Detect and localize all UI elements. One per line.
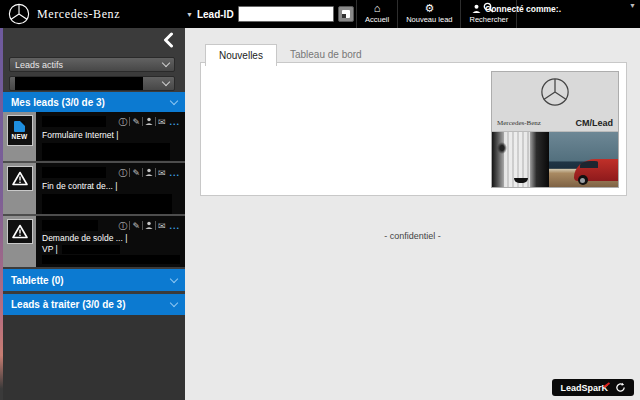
chevron-down-icon [170, 299, 178, 307]
user-menu[interactable]: Connecté comme:. [472, 0, 561, 28]
lead-status-box [7, 219, 33, 244]
redacted-value [62, 245, 120, 254]
mail-icon[interactable]: ✉ [158, 117, 166, 127]
news-panel: Mercedes-Benz CM/Lead [200, 62, 627, 196]
red-car [574, 159, 618, 181]
lead-row-2[interactable]: ⓘ ✎ ✉ ... Fin de contrat de... | [3, 163, 185, 216]
leadspark-logo-button[interactable]: LeadSparK [552, 379, 634, 396]
dealer-select[interactable] [9, 76, 175, 91]
plant-decoration [497, 142, 507, 154]
info-icon[interactable]: ⓘ [118, 221, 127, 231]
more-icon[interactable]: ... [169, 221, 180, 231]
edit-icon[interactable]: ✎ [132, 168, 140, 178]
nav-accueil[interactable]: ⌂ Accueil [356, 0, 397, 28]
leadspark-label: LeadSparK [560, 383, 608, 393]
lead-vehicle-label: VP | [42, 244, 58, 254]
new-badge: NEW [11, 133, 27, 140]
chevron-down-icon [162, 59, 170, 67]
section-mes-leads[interactable]: Mes leads (3/0 de 3) [3, 92, 185, 112]
lead-filter-value: Leads actifs [15, 60, 63, 70]
chevron-left-icon[interactable] [161, 32, 177, 48]
lead-filter-select[interactable]: Leads actifs [9, 57, 175, 72]
chevron-down-icon [170, 96, 178, 104]
chevron-down-icon [162, 78, 170, 86]
caret-down-icon[interactable]: ▼ [629, 2, 636, 9]
info-icon[interactable]: ⓘ [118, 168, 127, 178]
lead-source: Formulaire Internet | [42, 130, 180, 140]
contact-icon[interactable] [145, 117, 153, 127]
section-tablette[interactable]: Tablette (0) [3, 269, 185, 291]
edit-icon[interactable]: ✎ [132, 117, 140, 127]
mercedes-star-icon [540, 77, 570, 107]
lead-name-redacted [42, 116, 106, 127]
edit-icon[interactable]: ✎ [132, 221, 140, 231]
tab-nouvelles[interactable]: Nouvelles [205, 44, 277, 66]
chevron-down-icon [170, 274, 178, 282]
redacted-value [15, 77, 143, 90]
more-icon[interactable]: ... [169, 117, 180, 127]
bowl-decoration [514, 178, 528, 183]
contact-icon[interactable] [145, 221, 153, 231]
interior-photo [492, 132, 549, 187]
home-icon: ⌂ [374, 2, 381, 14]
sidebar-empty-area [3, 315, 185, 400]
card-product-label: CM/Lead [575, 118, 613, 128]
refresh-icon [615, 382, 626, 393]
go-icon [342, 10, 350, 18]
connected-as-label: Connecté comme:. [485, 4, 561, 14]
card-brand-label: Mercedes-Benz [497, 119, 541, 127]
main-content: Nouvelles Tableau de bord Mercedes-Benz … [185, 28, 640, 400]
gear-icon: ⚙ [424, 2, 434, 14]
promo-card[interactable]: Mercedes-Benz CM/Lead [491, 71, 619, 188]
lead-status-box: NEW [7, 115, 33, 146]
section-leads-a-traiter[interactable]: Leads à traiter (3/0 de 3) [3, 294, 185, 315]
new-document-icon [14, 121, 25, 132]
more-icon[interactable]: ... [169, 168, 180, 178]
contact-icon[interactable] [145, 168, 153, 178]
person-icon [472, 4, 481, 13]
lead-name-redacted [42, 167, 106, 178]
car-photo [549, 132, 618, 187]
lead-details-redacted [42, 255, 180, 264]
mail-icon[interactable]: ✉ [158, 168, 166, 178]
lead-id-caret-icon[interactable]: ▼ [186, 11, 193, 18]
sidebar: Leads actifs Mes leads (3/0 de 3) NEW [3, 28, 185, 400]
lead-list: NEW ⓘ ✎ ✉ ... Formulaire Internet | [3, 112, 185, 267]
lead-id-search-button[interactable] [338, 6, 354, 22]
lead-id-input[interactable] [238, 6, 334, 22]
lead-details-redacted [42, 194, 172, 214]
lead-source: Fin de contrat de... | [42, 181, 180, 191]
lead-row-3[interactable]: ⓘ ✎ ✉ ... Demande de solde ... | VP | [3, 216, 185, 267]
mail-icon[interactable]: ✉ [158, 221, 166, 231]
lead-status-box [7, 166, 33, 191]
confidential-note: - confidentiel - [185, 231, 640, 241]
nav-nouveau-lead[interactable]: ⚙ Nouveau lead [397, 0, 460, 28]
lead-row-1[interactable]: NEW ⓘ ✎ ✉ ... Formulaire Internet | [3, 112, 185, 163]
promo-photo [492, 132, 618, 187]
info-icon[interactable]: ⓘ [118, 117, 127, 127]
warning-icon [12, 171, 28, 186]
lead-name-redacted [42, 220, 98, 231]
lead-details-redacted [42, 143, 170, 160]
mercedes-star-icon [8, 3, 30, 25]
lead-source: Demande de solde ... | [42, 233, 180, 243]
lead-id-label: Lead-ID [197, 9, 234, 20]
brand-title: Mercedes-Benz [37, 7, 120, 22]
top-bar: Mercedes-Benz ▼ Lead-ID ⌂ Accueil ⚙ Nouv… [0, 0, 640, 28]
warning-icon [12, 224, 28, 239]
